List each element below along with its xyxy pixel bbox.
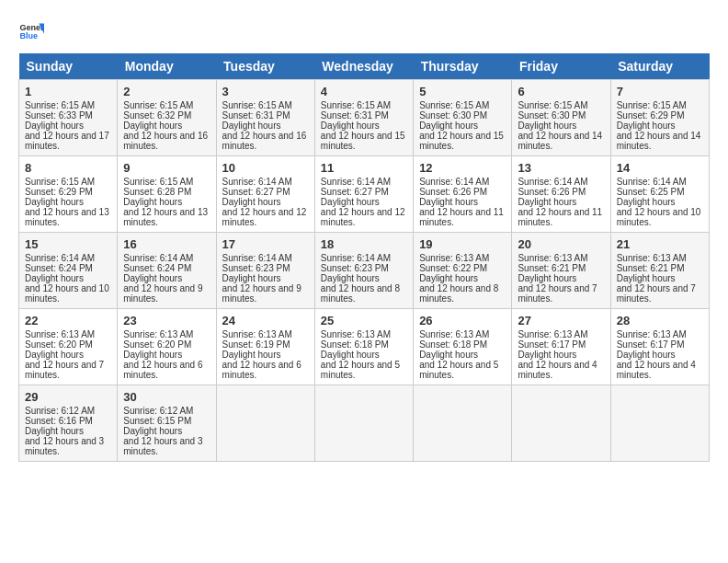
daylight-label: Daylight hours: [25, 350, 84, 360]
day-number: 1: [25, 85, 111, 98]
day-number: 24: [222, 314, 309, 327]
sunrise-text: Sunrise: 6:14 AM: [321, 177, 391, 187]
daylight-duration: and 12 hours and 14 minutes.: [518, 131, 602, 151]
table-row: 30 Sunrise: 6:12 AM Sunset: 6:15 PM Dayl…: [118, 385, 216, 462]
daylight-duration: and 12 hours and 15 minutes.: [321, 131, 405, 151]
sunset-text: Sunset: 6:33 PM: [25, 110, 93, 121]
day-number: 2: [123, 85, 210, 98]
day-number: 9: [123, 161, 210, 175]
sunset-text: Sunset: 6:29 PM: [25, 187, 93, 197]
daylight-label: Daylight hours: [518, 273, 576, 283]
calendar-week-row: 1 Sunrise: 6:15 AM Sunset: 6:33 PM Dayli…: [19, 80, 710, 156]
day-number: 16: [123, 237, 210, 251]
sunset-text: Sunset: 6:28 PM: [123, 187, 191, 197]
sunrise-text: Sunrise: 6:14 AM: [419, 177, 489, 187]
daylight-duration: and 12 hours and 10 minutes.: [25, 283, 109, 304]
table-row: 18 Sunrise: 6:14 AM Sunset: 6:23 PM Dayl…: [314, 233, 413, 309]
table-row: 25 Sunrise: 6:13 AM Sunset: 6:18 PM Dayl…: [314, 309, 413, 385]
sunset-text: Sunset: 6:22 PM: [419, 263, 487, 273]
sunset-text: Sunset: 6:20 PM: [123, 339, 191, 350]
sunset-text: Sunset: 6:32 PM: [123, 110, 191, 121]
col-thursday: Thursday: [414, 53, 512, 80]
table-row: 3 Sunrise: 6:15 AM Sunset: 6:31 PM Dayli…: [216, 80, 314, 156]
sunrise-text: Sunrise: 6:13 AM: [617, 253, 687, 263]
sunset-text: Sunset: 6:21 PM: [617, 263, 685, 273]
table-row: 23 Sunrise: 6:13 AM Sunset: 6:20 PM Dayl…: [118, 309, 216, 385]
daylight-label: Daylight hours: [321, 197, 380, 207]
table-row: 12 Sunrise: 6:14 AM Sunset: 6:26 PM Dayl…: [414, 156, 512, 233]
sunset-text: Sunset: 6:30 PM: [419, 110, 487, 121]
sunrise-text: Sunrise: 6:14 AM: [25, 253, 95, 263]
daylight-label: Daylight hours: [518, 197, 576, 207]
calendar-header-row: Sunday Monday Tuesday Wednesday Thursday…: [19, 53, 710, 80]
daylight-duration: and 12 hours and 3 minutes.: [123, 436, 202, 456]
day-number: 19: [419, 237, 506, 251]
table-row: 7 Sunrise: 6:15 AM Sunset: 6:29 PM Dayli…: [610, 80, 709, 156]
day-number: 15: [25, 237, 111, 251]
day-number: 3: [222, 85, 309, 98]
table-row: 26 Sunrise: 6:13 AM Sunset: 6:18 PM Dayl…: [414, 309, 512, 385]
table-row: 5 Sunrise: 6:15 AM Sunset: 6:30 PM Dayli…: [414, 80, 512, 156]
sunrise-text: Sunrise: 6:12 AM: [25, 406, 95, 416]
day-number: 5: [419, 85, 506, 98]
daylight-label: Daylight hours: [518, 121, 576, 131]
day-number: 12: [419, 161, 506, 175]
col-monday: Monday: [118, 53, 216, 80]
daylight-label: Daylight hours: [617, 350, 676, 360]
sunset-text: Sunset: 6:15 PM: [123, 416, 191, 426]
table-row: 11 Sunrise: 6:14 AM Sunset: 6:27 PM Dayl…: [314, 156, 413, 233]
table-row: 28 Sunrise: 6:13 AM Sunset: 6:17 PM Dayl…: [610, 309, 709, 385]
day-number: 13: [518, 161, 604, 175]
sunset-text: Sunset: 6:29 PM: [617, 110, 685, 121]
daylight-duration: and 12 hours and 12 minutes.: [321, 207, 405, 227]
daylight-label: Daylight hours: [123, 350, 182, 360]
daylight-label: Daylight hours: [222, 273, 281, 283]
day-number: 18: [321, 237, 407, 251]
daylight-duration: and 12 hours and 5 minutes.: [321, 360, 400, 380]
table-row: [216, 385, 314, 462]
table-row: 21 Sunrise: 6:13 AM Sunset: 6:21 PM Dayl…: [610, 233, 709, 309]
sunset-text: Sunset: 6:23 PM: [321, 263, 389, 273]
sunset-text: Sunset: 6:21 PM: [518, 263, 586, 273]
sunrise-text: Sunrise: 6:13 AM: [321, 329, 391, 339]
sunrise-text: Sunrise: 6:15 AM: [123, 177, 193, 187]
sunset-text: Sunset: 6:25 PM: [617, 187, 685, 197]
table-row: 6 Sunrise: 6:15 AM Sunset: 6:30 PM Dayli…: [512, 80, 610, 156]
table-row: 2 Sunrise: 6:15 AM Sunset: 6:32 PM Dayli…: [118, 80, 216, 156]
sunrise-text: Sunrise: 6:13 AM: [222, 329, 292, 339]
sunrise-text: Sunrise: 6:15 AM: [321, 100, 391, 110]
daylight-label: Daylight hours: [617, 121, 676, 131]
sunset-text: Sunset: 6:26 PM: [419, 187, 487, 197]
daylight-duration: and 12 hours and 9 minutes.: [222, 283, 301, 304]
sunrise-text: Sunrise: 6:14 AM: [222, 253, 292, 263]
table-row: 9 Sunrise: 6:15 AM Sunset: 6:28 PM Dayli…: [118, 156, 216, 233]
daylight-label: Daylight hours: [419, 273, 478, 283]
table-row: 17 Sunrise: 6:14 AM Sunset: 6:23 PM Dayl…: [216, 233, 314, 309]
daylight-duration: and 12 hours and 12 minutes.: [222, 207, 307, 227]
daylight-label: Daylight hours: [419, 350, 478, 360]
sunrise-text: Sunrise: 6:13 AM: [518, 329, 587, 339]
table-row: 10 Sunrise: 6:14 AM Sunset: 6:27 PM Dayl…: [216, 156, 314, 233]
day-number: 4: [321, 85, 407, 98]
sunrise-text: Sunrise: 6:13 AM: [25, 329, 95, 339]
sunrise-text: Sunrise: 6:13 AM: [123, 329, 193, 339]
day-number: 25: [321, 314, 407, 327]
table-row: [314, 385, 413, 462]
daylight-duration: and 12 hours and 16 minutes.: [123, 131, 208, 151]
table-row: 27 Sunrise: 6:13 AM Sunset: 6:17 PM Dayl…: [512, 309, 610, 385]
sunrise-text: Sunrise: 6:15 AM: [419, 100, 489, 110]
day-number: 29: [25, 390, 111, 404]
daylight-label: Daylight hours: [321, 350, 380, 360]
calendar-week-row: 8 Sunrise: 6:15 AM Sunset: 6:29 PM Dayli…: [19, 156, 710, 233]
sunset-text: Sunset: 6:24 PM: [123, 263, 191, 273]
sunrise-text: Sunrise: 6:14 AM: [617, 177, 687, 187]
logo-icon: General Blue: [18, 18, 44, 44]
daylight-duration: and 12 hours and 13 minutes.: [25, 207, 109, 227]
page-header: General Blue: [18, 18, 710, 44]
daylight-duration: and 12 hours and 11 minutes.: [419, 207, 504, 227]
day-number: 23: [123, 314, 210, 327]
sunrise-text: Sunrise: 6:14 AM: [518, 177, 587, 187]
sunset-text: Sunset: 6:18 PM: [321, 339, 389, 350]
daylight-label: Daylight hours: [222, 350, 281, 360]
daylight-duration: and 12 hours and 17 minutes.: [25, 131, 109, 151]
